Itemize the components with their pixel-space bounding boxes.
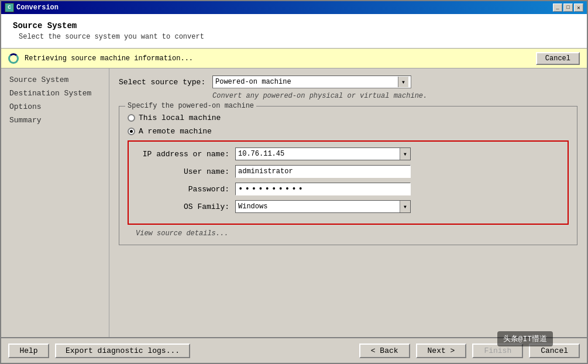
os-family-input[interactable] bbox=[236, 201, 400, 212]
os-family-select[interactable]: ▼ bbox=[235, 200, 411, 213]
password-label: Password: bbox=[136, 185, 235, 194]
maximize-button[interactable]: □ bbox=[563, 4, 573, 12]
app-icon: C bbox=[5, 3, 14, 12]
help-button[interactable]: Help bbox=[8, 344, 49, 358]
remote-machine-box: IP address or name: ▼ User name: bbox=[128, 140, 569, 225]
os-family-dropdown-arrow-icon[interactable]: ▼ bbox=[400, 201, 410, 212]
ip-address-input[interactable] bbox=[236, 148, 400, 160]
back-button[interactable]: < Back bbox=[359, 344, 410, 358]
sidebar: Source System Destination System Options… bbox=[1, 68, 109, 337]
source-type-value: Powered-on machine bbox=[215, 78, 398, 86]
source-type-select[interactable]: Powered-on machine ▼ bbox=[212, 75, 411, 88]
main-content: Source System Destination System Options… bbox=[1, 68, 587, 337]
progress-text: Retrieving source machine information... bbox=[25, 54, 530, 63]
username-input-container bbox=[235, 165, 411, 178]
right-panel: Select source type: Powered-on machine ▼… bbox=[109, 68, 587, 337]
password-row: Password: bbox=[136, 183, 561, 195]
source-type-label: Select source type: bbox=[119, 78, 212, 87]
source-type-row: Select source type: Powered-on machine ▼ bbox=[119, 75, 577, 88]
titlebar-buttons: _ □ ✕ bbox=[553, 4, 583, 12]
os-family-label: OS Family: bbox=[136, 202, 235, 211]
username-input[interactable] bbox=[238, 167, 408, 176]
password-input[interactable] bbox=[238, 184, 408, 194]
remote-machine-label: A remote machine bbox=[139, 127, 212, 136]
header-section: Source System Select the source system y… bbox=[1, 14, 587, 49]
ip-address-input-container: ▼ bbox=[235, 147, 411, 160]
next-button[interactable]: Next > bbox=[416, 344, 467, 358]
window-title: Conversion bbox=[16, 4, 59, 12]
cancel-bottom-button[interactable]: Cancel bbox=[529, 344, 580, 358]
view-source-link[interactable]: View source details... bbox=[128, 229, 569, 238]
remote-machine-radio-row: A remote machine bbox=[128, 127, 569, 136]
titlebar-left: C Conversion bbox=[5, 3, 59, 12]
close-button[interactable]: ✕ bbox=[574, 4, 583, 12]
cancel-button[interactable]: Cancel bbox=[536, 52, 580, 65]
minimize-button[interactable]: _ bbox=[553, 4, 562, 12]
main-window: C Conversion _ □ ✕ Source System Select … bbox=[0, 0, 588, 364]
local-machine-label: This local machine bbox=[139, 114, 221, 122]
loading-spinner-icon bbox=[8, 53, 19, 64]
header-subtitle: Select the source system you want to con… bbox=[19, 33, 575, 41]
local-machine-radio[interactable] bbox=[128, 114, 135, 122]
local-machine-radio-row: This local machine bbox=[128, 114, 569, 122]
header-title: Source System bbox=[13, 21, 575, 30]
titlebar: C Conversion _ □ ✕ bbox=[1, 1, 587, 14]
bottom-bar: Help Export diagnostic logs... < Back Ne… bbox=[1, 337, 587, 363]
sidebar-item-destination[interactable]: Destination System bbox=[1, 87, 109, 100]
ip-address-row: IP address or name: ▼ bbox=[136, 147, 561, 160]
dropdown-arrow-icon: ▼ bbox=[398, 77, 408, 87]
specify-group-box: Specify the powered-on machine This loca… bbox=[119, 106, 577, 245]
remote-machine-radio[interactable] bbox=[128, 128, 135, 135]
sidebar-item-source[interactable]: Source System bbox=[1, 73, 109, 87]
finish-button[interactable]: Finish bbox=[472, 344, 523, 358]
convert-description: Convert any powered-on physical or virtu… bbox=[212, 92, 577, 100]
group-box-title: Specify the powered-on machine bbox=[125, 102, 256, 110]
sidebar-item-options[interactable]: Options bbox=[1, 100, 109, 114]
export-logs-button[interactable]: Export diagnostic logs... bbox=[55, 344, 190, 358]
os-family-row: OS Family: ▼ bbox=[136, 200, 561, 213]
ip-address-label: IP address or name: bbox=[136, 150, 235, 159]
username-row: User name: bbox=[136, 165, 561, 178]
username-label: User name: bbox=[136, 167, 235, 176]
password-input-container bbox=[235, 183, 411, 195]
sidebar-item-summary[interactable]: Summary bbox=[1, 114, 109, 127]
ip-dropdown-arrow-icon[interactable]: ▼ bbox=[400, 148, 410, 160]
progress-area: Retrieving source machine information...… bbox=[1, 49, 587, 68]
